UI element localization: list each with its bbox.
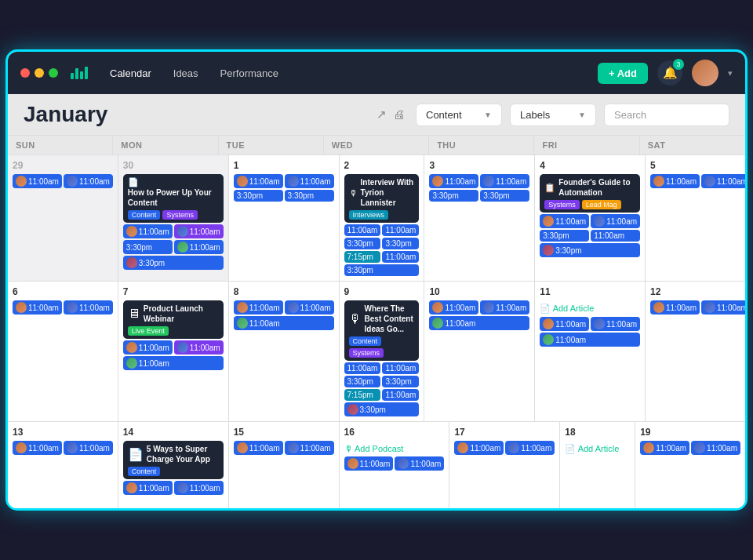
event[interactable]: 11:00am: [174, 481, 224, 495]
day-number: 2: [344, 160, 420, 171]
event[interactable]: 3:30pm: [480, 190, 529, 202]
event[interactable]: 3:30pm: [344, 238, 381, 249]
event[interactable]: 7:15pm: [344, 251, 381, 263]
notification-button[interactable]: 🔔 3: [657, 60, 682, 85]
event[interactable]: 11:00am: [64, 441, 113, 455]
event[interactable]: 11:00am: [234, 316, 334, 330]
minimize-button[interactable]: [35, 68, 44, 78]
nav-ideas[interactable]: Ideas: [170, 66, 202, 81]
add-article-button-2[interactable]: 📄 Add Article: [565, 441, 630, 457]
event[interactable]: 11:00am: [701, 174, 745, 188]
event-card[interactable]: 🎙 Where The Best Content Ideas Go... Con…: [344, 300, 420, 361]
event[interactable]: 11:00am: [123, 224, 173, 238]
day-number: 18: [565, 427, 630, 438]
event[interactable]: 11:00am: [123, 340, 173, 355]
event[interactable]: 11:00am: [234, 174, 283, 188]
event[interactable]: 11:00am: [591, 317, 640, 331]
event-card[interactable]: 🎙 Interview With Tyrion Lannister Interv…: [344, 174, 420, 223]
event[interactable]: 7:15pm: [344, 389, 381, 401]
labels-dropdown[interactable]: Labels ▼: [510, 104, 596, 126]
day-number: 13: [13, 427, 113, 438]
event[interactable]: 3:30pm: [344, 402, 420, 416]
month-title: January: [24, 102, 369, 127]
event[interactable]: 11:00am: [285, 174, 334, 188]
close-button[interactable]: [20, 68, 30, 78]
event[interactable]: 11:00am: [540, 214, 589, 228]
event[interactable]: 3:30pm: [285, 190, 334, 202]
event[interactable]: 11:00am: [701, 300, 745, 315]
event[interactable]: 11:00am: [344, 224, 381, 236]
event[interactable]: 11:00am: [64, 300, 113, 315]
event[interactable]: 3:30pm: [540, 230, 589, 242]
event[interactable]: 11:00am: [234, 441, 283, 455]
print-icon[interactable]: 🖨: [393, 107, 405, 122]
nav-performance[interactable]: Performance: [217, 66, 282, 81]
event[interactable]: 11:00am: [540, 333, 640, 347]
event[interactable]: 11:00am: [691, 441, 740, 455]
profile-chevron[interactable]: ▾: [728, 68, 733, 78]
event[interactable]: 11:00am: [429, 316, 529, 330]
event[interactable]: 11:00am: [13, 174, 62, 188]
event-card[interactable]: 🖥 Product Launch Webinar Live Event: [123, 300, 224, 339]
event[interactable]: 11:00am: [174, 240, 224, 254]
event[interactable]: 11:00am: [591, 214, 640, 228]
day-13: 13 11:00am 11:00am: [8, 422, 118, 508]
event[interactable]: 11:00am: [650, 300, 700, 315]
event[interactable]: 11:00am: [285, 441, 334, 455]
content-dropdown[interactable]: Content ▼: [416, 104, 502, 126]
event[interactable]: 11:00am: [591, 230, 640, 242]
event[interactable]: 11:00am: [480, 174, 529, 188]
event-card[interactable]: 📋 Founder's Guide to Automation Systems …: [540, 174, 640, 213]
event[interactable]: 11:00am: [123, 481, 173, 495]
event[interactable]: 11:00am: [13, 300, 62, 315]
day-16: 16 🎙 Add Podcast 11:00am 11:00am: [340, 422, 450, 508]
maximize-button[interactable]: [49, 68, 58, 78]
event[interactable]: 11:00am: [13, 441, 62, 455]
event[interactable]: 11:00am: [64, 174, 113, 188]
event[interactable]: 3:30pm: [123, 240, 173, 254]
event[interactable]: 11:00am: [454, 441, 504, 455]
header-wed: Wed: [324, 136, 429, 155]
day-14: 14 📄 5 Ways to Super Charge Your App Con…: [118, 422, 229, 508]
event[interactable]: 11:00am: [174, 224, 224, 238]
event[interactable]: 11:00am: [382, 224, 419, 236]
event[interactable]: 3:30pm: [382, 238, 419, 249]
event-card[interactable]: 📄 5 Ways to Super Charge Your App Conten…: [123, 441, 224, 479]
event[interactable]: 11:00am: [480, 300, 529, 315]
add-button[interactable]: + Add: [598, 63, 648, 84]
event[interactable]: 11:00am: [344, 362, 381, 374]
event[interactable]: 3:30pm: [540, 243, 640, 257]
event[interactable]: 11:00am: [382, 389, 419, 401]
event[interactable]: 11:00am: [540, 317, 589, 331]
avatar[interactable]: [692, 60, 718, 86]
event[interactable]: 3:30pm: [123, 256, 224, 270]
event[interactable]: 11:00am: [429, 174, 478, 188]
event[interactable]: 11:00am: [234, 300, 283, 315]
event[interactable]: 3:30pm: [344, 264, 420, 276]
header-mon: Mon: [113, 136, 218, 155]
app-logo: [71, 67, 88, 79]
nav-calendar[interactable]: Calendar: [107, 66, 155, 81]
add-article-button[interactable]: 📄 Add Article: [540, 300, 640, 317]
add-podcast-button[interactable]: 🎙 Add Podcast: [344, 441, 445, 456]
event[interactable]: 11:00am: [429, 300, 478, 315]
event[interactable]: 3:30pm: [429, 190, 478, 202]
calendar-toolbar: January ↗ 🖨 Content ▼ Labels ▼ Search: [8, 94, 745, 136]
event[interactable]: 3:30pm: [382, 376, 419, 387]
event[interactable]: 11:00am: [382, 362, 419, 374]
event[interactable]: 11:00am: [285, 300, 334, 315]
event-card[interactable]: 📄 How to Power Up Your Content Content S…: [123, 174, 224, 223]
event[interactable]: 11:00am: [640, 441, 689, 455]
toolbar-icons: ↗ 🖨: [376, 107, 405, 122]
event[interactable]: 11:00am: [382, 251, 419, 263]
event[interactable]: 11:00am: [174, 340, 224, 355]
event[interactable]: 11:00am: [650, 174, 700, 188]
event[interactable]: 3:30pm: [234, 190, 283, 202]
event[interactable]: 11:00am: [344, 456, 394, 471]
event[interactable]: 11:00am: [505, 441, 555, 455]
event[interactable]: 11:00am: [395, 456, 444, 471]
share-icon[interactable]: ↗: [376, 107, 387, 122]
event[interactable]: 11:00am: [123, 356, 224, 370]
event[interactable]: 3:30pm: [344, 376, 381, 387]
search-input[interactable]: Search: [604, 104, 729, 126]
